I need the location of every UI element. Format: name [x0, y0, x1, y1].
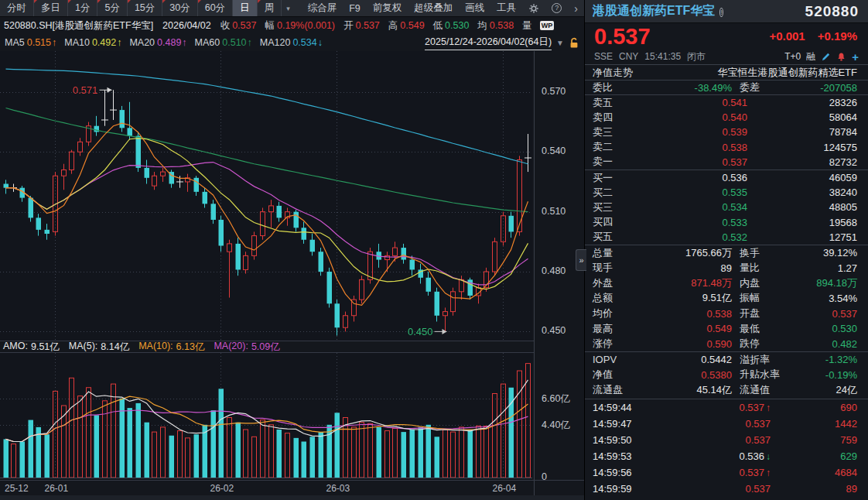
pencil-icon[interactable]: [821, 52, 831, 62]
trade-price-cell: 0.537: [647, 418, 771, 430]
order-price: 0.537: [635, 156, 747, 168]
candlestick-chart[interactable]: [0, 51, 532, 341]
field-label: 幅: [265, 19, 275, 33]
help-button[interactable]: ?: [545, 0, 568, 17]
ask-row-3[interactable]: 卖三0.53978784: [585, 125, 868, 139]
stat-value: 0.549: [635, 323, 732, 334]
info-icon[interactable]: !: [719, 6, 723, 17]
ask-row-4[interactable]: 卖四0.54058064: [585, 110, 868, 125]
tab-period-分时[interactable]: 分时: [0, 0, 34, 16]
ma-value: 0.534: [292, 37, 316, 48]
tab-period-多日[interactable]: 多日: [34, 0, 68, 16]
help-icon: ?: [552, 3, 562, 13]
order-price: 0.533: [635, 217, 747, 228]
collapse-panel-button[interactable]: »: [576, 249, 586, 271]
t0-badge: T+0: [784, 51, 801, 62]
stat-label: 升贴水率: [732, 368, 805, 382]
price-tick-label: 0.480: [542, 265, 566, 276]
stat-value: 3.54%: [805, 293, 857, 304]
field-收: 收0.537: [220, 19, 257, 33]
add-icon[interactable]: +: [852, 52, 859, 62]
field-label: 高: [388, 19, 398, 33]
stat-label: 流通值: [732, 383, 805, 397]
order-price: 0.532: [635, 231, 747, 243]
bid-row-2[interactable]: 买二0.53538240: [585, 185, 868, 200]
tab-period-15分[interactable]: 15分: [128, 0, 162, 16]
chart-area: MA50.515↑MA100.492↑MA200.489↑MA600.510↑M…: [0, 34, 584, 500]
bid-row-5[interactable]: 买五0.53212751: [585, 230, 868, 245]
toolbar-button-4[interactable]: 画线: [459, 0, 490, 17]
stat-row-涨停: 涨停0.590跌停0.482: [585, 336, 868, 351]
ask-row-5[interactable]: 卖五0.54128326: [585, 95, 868, 110]
field-低: 低0.530: [433, 19, 470, 33]
settings-button[interactable]: [522, 0, 545, 17]
toolbar-button-5[interactable]: 工具: [490, 0, 522, 17]
toolbar-button-1[interactable]: F9: [343, 0, 367, 17]
ma-item-MA60: MA600.510↑: [195, 37, 252, 48]
stat-label: 跌停: [732, 337, 805, 351]
nav-trend-row[interactable]: 净值走势 华宝恒生港股通创新药精选ETF: [585, 65, 868, 80]
ma-label: MA60: [195, 37, 220, 48]
stat-label: 内盘: [732, 276, 805, 290]
iopv-grid: IOPV0.5442溢折率-1.32%净值0.5380升贴水率-0.19%流通盘…: [585, 351, 868, 398]
ma-value: 0.489: [157, 37, 181, 48]
bid-row-3[interactable]: 买三0.53448805: [585, 200, 868, 214]
ask-row-2[interactable]: 卖二0.538124575: [585, 140, 868, 155]
stat-value: 0.590: [635, 338, 732, 350]
stat-label: 涨停: [593, 337, 635, 351]
toolbar-button-3[interactable]: 超级叠加: [408, 0, 459, 17]
bid-levels: 买一0.53646059买二0.53538240买三0.53448805买四0.…: [585, 170, 868, 245]
tab-period-1分[interactable]: 1分: [68, 0, 97, 16]
trade-price-cell: 0.537: [647, 483, 771, 495]
ma-label: MA10: [64, 37, 90, 48]
bid-row-4[interactable]: 买四0.53319568: [585, 215, 868, 230]
order-label: 买五: [593, 230, 635, 244]
stat-label: 换手: [732, 246, 805, 260]
order-volume: 19568: [747, 217, 857, 228]
order-label: 买二: [593, 186, 635, 200]
bell-icon[interactable]: [836, 52, 846, 62]
tab-period-60分[interactable]: 60分: [198, 0, 233, 16]
trade-volume: 629: [771, 450, 857, 462]
unlock-icon[interactable]: [569, 37, 579, 49]
order-label: 卖二: [593, 140, 635, 154]
ask-row-1[interactable]: 卖一0.53782732: [585, 155, 868, 170]
chevron-down-icon[interactable]: ▼: [556, 39, 564, 47]
stat-label: 最高: [593, 322, 635, 336]
stat-label: 流通盘: [593, 383, 635, 397]
expand-toolbar-button[interactable]: ›: [568, 0, 584, 17]
stat-label: 总额: [593, 291, 635, 305]
order-volume: 58064: [747, 111, 857, 123]
tab-period-日[interactable]: 日: [233, 0, 258, 16]
trade-volume: 1442: [771, 418, 857, 430]
price-change: +0.001: [769, 29, 805, 43]
field-幅: 幅0.19%(0.001): [265, 19, 335, 33]
field-label: 均: [477, 19, 487, 33]
field-value: 0.19%(0.001): [277, 20, 335, 31]
exchange-label: SSE: [594, 51, 613, 62]
order-price: 0.535: [635, 187, 747, 198]
field-均: 均0.538: [477, 19, 514, 33]
field-label: 收: [220, 19, 231, 33]
chart-section: 分时多日1分5分15分30分60分日周 ▾ 综合屏F9前复权超级叠加画线工具 ?…: [0, 0, 584, 500]
tab-period-5分[interactable]: 5分: [97, 0, 127, 16]
toolbar-button-0[interactable]: 综合屏: [302, 0, 343, 17]
order-price: 0.539: [635, 126, 747, 138]
stat-label: 开盘: [732, 307, 805, 320]
volume-chart[interactable]: [0, 353, 532, 480]
ma-arrow-icon: ↓: [318, 37, 323, 48]
ma-arrow-icon: ↑: [248, 37, 252, 48]
ma-value: 0.515: [27, 37, 51, 48]
bid-row-1[interactable]: 买一0.53646059: [585, 170, 868, 185]
stat-value: 0.530: [805, 323, 857, 334]
ma-item-MA120: MA1200.534↓: [260, 37, 323, 48]
bottom-scrollbar[interactable]: [0, 495, 584, 500]
quote-panel: 港股通创新药ETF华宝 ! 520880 0.537 +0.001 +0.19%…: [584, 0, 868, 500]
order-volume: 124575: [747, 142, 857, 153]
tab-period-周[interactable]: 周: [258, 0, 282, 16]
trade-price-cell: 0.537↑: [647, 467, 771, 478]
tab-period-30分[interactable]: 30分: [162, 0, 197, 16]
date-range-selector[interactable]: 2025/12/24-2026/04/02(64日): [425, 36, 552, 50]
toolbar-button-2[interactable]: 前复权: [367, 0, 408, 17]
period-dropdown-caret[interactable]: ▾: [282, 0, 295, 16]
